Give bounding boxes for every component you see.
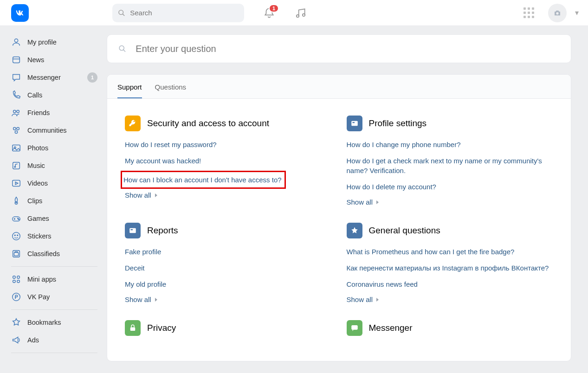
sidebar-item-label: Ads <box>27 336 97 344</box>
ads-icon <box>11 335 21 345</box>
svg-point-35 <box>119 46 124 51</box>
support-link[interactable]: Как перенести материалы из Instagram в п… <box>347 263 554 273</box>
sidebar-item-ads[interactable]: Ads <box>6 331 103 349</box>
sidebar-item-label: Communities <box>27 127 97 134</box>
support-link[interactable]: Fake profile <box>125 247 332 257</box>
sidebar-item-friends[interactable]: Friends <box>6 104 103 122</box>
sidebar-item-label: Games <box>27 215 97 222</box>
news-icon <box>11 55 21 65</box>
music-icon <box>11 161 21 171</box>
tab-support[interactable]: Support <box>117 75 142 98</box>
show-all-link[interactable]: Show all <box>125 191 332 199</box>
vk-logo[interactable] <box>11 4 29 22</box>
svg-point-30 <box>17 276 20 279</box>
svg-point-9 <box>17 110 19 113</box>
sidebar-item-label: Music <box>27 162 97 169</box>
sidebar-item-games[interactable]: Games <box>6 210 103 227</box>
sidebar-item-label: Calls <box>27 91 97 99</box>
services-button[interactable] <box>523 7 534 18</box>
svg-point-2 <box>297 14 299 17</box>
question-search[interactable] <box>107 34 571 63</box>
photos-icon <box>11 143 21 153</box>
music-button[interactable] <box>294 6 307 19</box>
section-title: Security and access to account <box>147 118 269 129</box>
videos-icon <box>11 178 21 188</box>
sidebar-item-vk-pay[interactable]: VK Pay <box>6 288 103 306</box>
question-input[interactable] <box>136 44 560 54</box>
sidebar-item-bookmarks[interactable]: Bookmarks <box>6 314 103 331</box>
support-link[interactable]: My old profile <box>125 279 332 289</box>
svg-point-24 <box>13 232 20 240</box>
section-profile-settings: Profile settings How do I change my phon… <box>347 116 554 206</box>
svg-point-16 <box>14 166 16 167</box>
card-icon <box>125 223 141 238</box>
sidebar-item-mini-apps[interactable]: Mini apps <box>6 270 103 288</box>
svg-point-4 <box>556 12 558 14</box>
sidebar-item-label: Videos <box>27 180 97 187</box>
support-link[interactable]: How do I reset my password? <box>125 140 332 149</box>
show-all-link[interactable]: Show all <box>347 296 554 303</box>
sidebar-item-photos[interactable]: Photos <box>6 139 103 157</box>
camera-icon <box>553 9 562 17</box>
sidebar-item-my-profile[interactable]: My profile <box>6 33 103 51</box>
games-icon <box>11 213 21 224</box>
section-security: Security and access to account How do I … <box>125 116 332 206</box>
sidebar-item-classifieds[interactable]: Classifieds <box>6 245 103 263</box>
search-bar[interactable] <box>112 4 244 22</box>
section-title: Profile settings <box>369 118 427 129</box>
svg-rect-15 <box>13 162 20 169</box>
svg-point-23 <box>19 219 19 220</box>
show-all-link[interactable]: Show all <box>125 296 332 303</box>
sidebar-item-stickers[interactable]: Stickers <box>6 227 103 245</box>
support-link[interactable]: Coronavirus news feed <box>347 279 554 289</box>
svg-point-3 <box>303 13 305 16</box>
sidebar-item-label: Bookmarks <box>27 319 97 326</box>
support-link[interactable]: How can I block an account I don't have … <box>123 175 282 185</box>
tab-questions[interactable]: Questions <box>155 75 187 98</box>
svg-line-1 <box>123 14 124 16</box>
svg-rect-38 <box>352 122 355 123</box>
sidebar-item-news[interactable]: News <box>6 51 103 69</box>
svg-point-31 <box>13 280 16 283</box>
calls-icon <box>11 90 21 100</box>
sidebar-item-calls[interactable]: Calls <box>6 86 103 104</box>
svg-point-32 <box>17 280 20 283</box>
notifications-button[interactable]: 1 <box>263 6 276 19</box>
support-link[interactable]: How do I change my phone number? <box>347 140 554 149</box>
stickers-icon <box>11 231 21 241</box>
sidebar-item-music[interactable]: Music <box>6 157 103 174</box>
svg-rect-17 <box>13 180 20 186</box>
search-input[interactable] <box>130 9 239 17</box>
section-title: General questions <box>369 225 440 236</box>
show-all-link[interactable]: Show all <box>347 198 554 206</box>
svg-point-11 <box>17 128 19 130</box>
sidebar-item-label: My profile <box>27 39 97 46</box>
support-link[interactable]: Deceit <box>125 263 332 273</box>
classifieds-icon <box>11 249 21 259</box>
svg-point-10 <box>13 128 16 130</box>
svg-point-12 <box>15 131 18 134</box>
sidebar-item-messenger[interactable]: Messenger 1 <box>6 69 103 86</box>
sidebar-item-label: Messenger <box>27 74 81 81</box>
svg-point-0 <box>119 10 123 14</box>
count-badge: 1 <box>87 72 97 83</box>
svg-rect-41 <box>129 228 136 233</box>
sidebar-item-communities[interactable]: Communities <box>6 122 103 139</box>
svg-line-36 <box>123 50 125 51</box>
support-link[interactable]: My account was hacked! <box>125 156 332 166</box>
svg-point-5 <box>14 39 18 42</box>
search-icon <box>118 45 126 53</box>
svg-point-22 <box>18 218 19 219</box>
support-link[interactable]: How do I delete my account? <box>347 182 554 192</box>
support-link[interactable]: What is Prometheus and how can I get the… <box>347 247 554 257</box>
chevron-down-icon[interactable]: ▾ <box>575 8 579 17</box>
avatar[interactable] <box>548 4 567 22</box>
svg-rect-37 <box>351 121 358 126</box>
svg-point-25 <box>14 235 15 236</box>
sidebar-item-label: Photos <box>27 144 97 152</box>
support-link[interactable]: How do I get a check mark next to my nam… <box>347 156 554 175</box>
sidebar-item-clips[interactable]: Clips <box>6 192 103 210</box>
vk-pay-icon <box>11 292 21 302</box>
sidebar-item-label: Friends <box>27 109 97 116</box>
sidebar-item-videos[interactable]: Videos <box>6 174 103 192</box>
